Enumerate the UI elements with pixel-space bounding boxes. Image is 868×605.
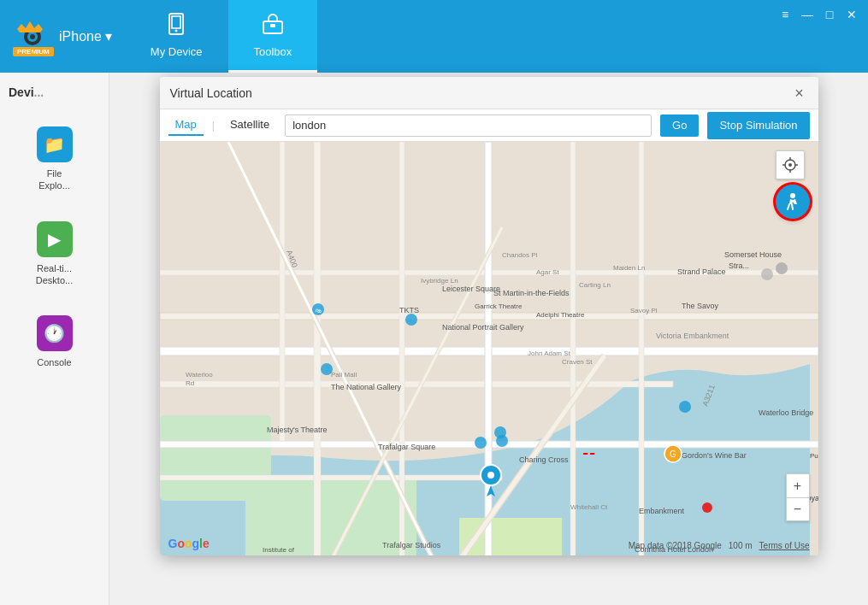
svg-text:Waterloo Bridge: Waterloo Bridge [759, 408, 813, 417]
search-input[interactable] [285, 115, 652, 137]
svg-text:Craven St: Craven St [562, 358, 593, 366]
map-data-text: Map data ©2018 Google [629, 541, 722, 550]
svg-rect-18 [160, 475, 502, 480]
premium-badge: Premium [13, 47, 54, 56]
virtual-location-modal: Virtual Location × Map | Satellite Go St… [160, 77, 818, 555]
svg-point-83 [405, 314, 417, 326]
modal-overlay: Virtual Location × Map | Satellite Go St… [109, 73, 868, 605]
window-controls: ≡ — □ ✕ [769, 0, 868, 73]
svg-text:Pall Mall: Pall Mall [331, 371, 357, 379]
svg-rect-6 [172, 16, 180, 28]
sidebar-item-real-time[interactable]: ▶ Real-ti...Deskto... [5, 211, 103, 297]
device-name[interactable]: iPhone ▾ [59, 28, 112, 44]
file-explorer-label: FileExplo... [38, 167, 70, 192]
svg-text:The National Gallery: The National Gallery [331, 383, 402, 391]
svg-rect-25 [280, 142, 285, 441]
svg-point-7 [175, 30, 178, 32]
scale-label: 100 m [729, 541, 753, 550]
map-toolbar: Map | Satellite Go Stop Simulation [160, 109, 818, 142]
svg-text:St Martin-in-the-Fields: St Martin-in-the-Fields [493, 289, 570, 297]
locate-button[interactable] [776, 150, 805, 179]
go-button[interactable]: Go [660, 115, 699, 137]
svg-text:Majesty's Theatre: Majesty's Theatre [267, 426, 328, 434]
svg-point-106 [790, 193, 795, 198]
zoom-in-button[interactable]: + [786, 473, 810, 497]
svg-point-85 [475, 437, 487, 449]
sidebar-item-console[interactable]: 🕐 Console [5, 305, 103, 379]
svg-text:Savoy Pl: Savoy Pl [630, 307, 658, 314]
modal-title: Virtual Location [170, 86, 252, 100]
zoom-controls: + − [786, 473, 810, 521]
svg-text:Garrick Theatre: Garrick Theatre [475, 302, 523, 310]
svg-text:🛍: 🛍 [316, 308, 322, 314]
svg-rect-23 [570, 142, 576, 555]
svg-point-87 [496, 435, 508, 447]
my-device-icon [164, 12, 188, 41]
svg-text:Carting Ln: Carting Ln [579, 281, 611, 289]
svg-text:Rd: Rd [186, 379, 194, 387]
file-explorer-icon: 📁 [37, 126, 73, 162]
tab-satellite[interactable]: Satellite [223, 115, 276, 136]
svg-text:Trafalgar Studios: Trafalgar Studios [382, 541, 441, 549]
svg-text:Maiden Ln: Maiden Ln [613, 264, 645, 272]
minimize-button[interactable]: — [800, 7, 815, 22]
svg-text:Stra...: Stra... [729, 261, 749, 270]
svg-rect-12 [160, 415, 271, 501]
nav-toolbox[interactable]: Toolbox [228, 0, 318, 73]
walk-mode-button[interactable] [776, 185, 810, 219]
google-attribution: Google [168, 537, 210, 550]
svg-text:John Adam St: John Adam St [528, 349, 571, 357]
svg-text:Institute of: Institute of [263, 546, 295, 554]
svg-rect-9 [270, 24, 275, 27]
close-button[interactable]: ✕ [844, 7, 859, 22]
main-content: Virtual Location × Map | Satellite Go St… [109, 73, 868, 605]
nav-my-device-label: My Device [151, 45, 203, 58]
svg-text:Purcell Roo...: Purcell Roo... [810, 452, 818, 460]
real-time-label: Real-ti...Deskto... [36, 262, 73, 287]
svg-text:National Portrait Gallery: National Portrait Gallery [442, 323, 524, 332]
svg-rect-24 [639, 142, 644, 555]
zoom-out-button[interactable]: − [786, 497, 810, 521]
svg-point-92 [776, 262, 788, 274]
svg-text:TKTS: TKTS [399, 306, 419, 314]
svg-text:Embankment: Embankment [639, 507, 685, 515]
console-icon: 🕐 [37, 315, 73, 351]
sidebar-title: Devi... [0, 85, 109, 108]
svg-line-108 [792, 204, 793, 209]
svg-point-94 [679, 401, 691, 413]
svg-text:Adelphi Theatre: Adelphi Theatre [536, 311, 585, 319]
tab-separator: | [212, 120, 215, 132]
svg-text:Victoria Embankment: Victoria Embankment [656, 332, 729, 340]
menu-button[interactable]: ≡ [777, 7, 793, 22]
sidebar-item-file-explorer[interactable]: 📁 FileExplo... [5, 116, 103, 203]
modal-header: Virtual Location × [160, 77, 818, 109]
modal-close-button[interactable]: × [791, 85, 808, 102]
svg-line-107 [788, 204, 789, 209]
svg-text:Chandos Pl: Chandos Pl [502, 251, 538, 259]
svg-text:Leicester Square: Leicester Square [442, 285, 500, 293]
svg-rect-20 [314, 142, 321, 555]
map-area[interactable]: A400 A3211 Waterloo Rd Pall Mall Carting… [160, 142, 818, 555]
nav-my-device[interactable]: My Device [125, 0, 228, 73]
sidebar: Devi... 📁 FileExplo... ▶ Real-ti...Deskt… [0, 73, 109, 605]
real-time-icon: ▶ [37, 221, 73, 257]
svg-text:Charing Cross: Charing Cross [519, 455, 569, 464]
svg-text:G: G [670, 449, 676, 459]
svg-point-101 [788, 163, 792, 167]
svg-text:Gordon's Wine Bar: Gordon's Wine Bar [682, 451, 747, 460]
svg-point-78 [702, 502, 712, 513]
app-logo[interactable]: Premium iPhone ▾ [0, 0, 125, 73]
logo-icon: Premium [13, 17, 52, 56]
svg-text:Waterloo: Waterloo [186, 371, 213, 379]
svg-text:Trafalgar Square: Trafalgar Square [378, 443, 435, 451]
toolbox-icon [261, 12, 285, 41]
svg-rect-16 [160, 381, 673, 387]
maximize-button[interactable]: □ [822, 7, 837, 22]
svg-text:Whitehall Ct: Whitehall Ct [570, 503, 608, 511]
terms-link[interactable]: Terms of Use [759, 541, 810, 550]
title-bar: Premium iPhone ▾ My Device Toolbox [0, 0, 868, 73]
stop-simulation-button[interactable]: Stop Simulation [707, 112, 809, 139]
svg-text:The Savoy: The Savoy [682, 302, 719, 310]
tab-map[interactable]: Map [168, 115, 204, 136]
svg-point-84 [321, 363, 333, 375]
